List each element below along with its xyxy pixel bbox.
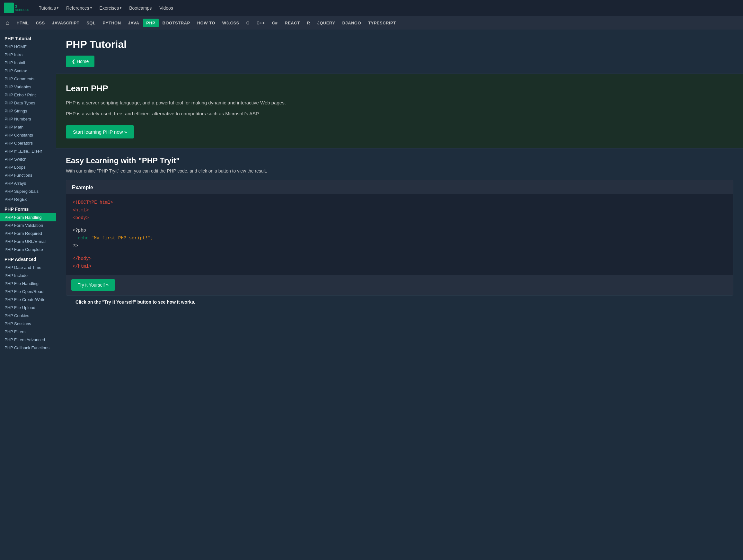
sidebar-item-form-handling[interactable]: PHP Form Handling <box>0 213 56 221</box>
exercises-arrow: ▾ <box>120 6 121 10</box>
lang-sql[interactable]: SQL <box>83 18 99 27</box>
lang-jquery[interactable]: JQUERY <box>314 18 338 27</box>
lang-csharp[interactable]: C# <box>269 18 281 27</box>
sidebar-item-file-handling[interactable]: PHP File Handling <box>0 279 56 288</box>
sidebar-section-forms: PHP Forms <box>0 203 56 213</box>
try-it-yourself-button[interactable]: Try it Yourself » <box>71 279 115 291</box>
sidebar-item-date-time[interactable]: PHP Date and Time <box>0 263 56 271</box>
lang-bootstrap[interactable]: BOOTSTRAP <box>159 18 193 27</box>
logo-sub: SCHOOLS <box>15 9 29 12</box>
sidebar-item-php-loops[interactable]: PHP Loops <box>0 163 56 171</box>
lang-howto[interactable]: HOW TO <box>194 18 218 27</box>
sidebar-item-php-regex[interactable]: PHP RegEx <box>0 195 56 203</box>
language-bar: ⌂ HTML CSS JAVASCRIPT SQL PYTHON JAVA PH… <box>0 16 743 30</box>
sidebar-item-php-arrays[interactable]: PHP Arrays <box>0 179 56 187</box>
code-html-open: <html> <box>73 208 89 213</box>
sidebar-item-file-open-read[interactable]: PHP File Open/Read <box>0 288 56 296</box>
learn-title: Learn PHP <box>66 84 733 93</box>
sidebar-item-php-functions[interactable]: PHP Functions <box>0 171 56 179</box>
sidebar-item-php-ifelse[interactable]: PHP If...Else...Elseif <box>0 147 56 155</box>
sidebar-item-callback-functions[interactable]: PHP Callback Functions <box>0 344 56 352</box>
sidebar-item-php-datatypes[interactable]: PHP Data Types <box>0 99 56 107</box>
code-area: <!DOCTYPE html> <html> <body> <?php echo… <box>66 194 733 275</box>
lang-typescript[interactable]: TYPESCRIPT <box>365 18 399 27</box>
sidebar-item-php-install[interactable]: PHP Install <box>0 59 56 67</box>
main-content: PHP Tutorial ❮ Home Learn PHP PHP is a s… <box>56 30 743 560</box>
nav-references[interactable]: References ▾ <box>63 4 95 12</box>
learn-section: Learn PHP PHP is a server scripting lang… <box>56 74 743 148</box>
lang-django[interactable]: DJANGO <box>339 18 364 27</box>
sidebar-item-php-comments[interactable]: PHP Comments <box>0 75 56 83</box>
example-label: Example <box>66 180 733 194</box>
nav-tutorials[interactable]: Tutorials ▾ <box>36 4 62 12</box>
code-doctype: <!DOCTYPE html> <box>73 200 113 205</box>
code-body-close: </body> <box>73 256 92 261</box>
sidebar-item-form-url-email[interactable]: PHP Form URL/E-mail <box>0 238 56 246</box>
lang-w3css[interactable]: W3.CSS <box>219 18 243 27</box>
sidebar-item-filters[interactable]: PHP Filters <box>0 328 56 336</box>
tryit-title: Easy Learning with "PHP Tryit" <box>66 156 733 165</box>
sidebar-item-php-variables[interactable]: PHP Variables <box>0 83 56 91</box>
lang-home[interactable]: ⌂ <box>3 18 12 28</box>
logo[interactable]: W 3 SCHOOLS <box>4 3 29 13</box>
lang-html[interactable]: HTML <box>13 18 32 27</box>
lang-java[interactable]: JAVA <box>125 18 143 27</box>
lang-css[interactable]: CSS <box>33 18 48 27</box>
sidebar-item-form-complete[interactable]: PHP Form Complete <box>0 246 56 254</box>
lang-javascript[interactable]: JAVASCRIPT <box>49 18 83 27</box>
top-navigation: W 3 SCHOOLS Tutorials ▾ References ▾ Exe… <box>0 0 743 16</box>
nav-links: Tutorials ▾ References ▾ Exercises ▾ Boo… <box>36 4 176 12</box>
code-body-open: <body> <box>73 215 89 220</box>
sidebar-item-include[interactable]: PHP Include <box>0 271 56 279</box>
sidebar-item-php-superglobals[interactable]: PHP Superglobals <box>0 187 56 195</box>
lang-react[interactable]: REACT <box>281 18 303 27</box>
sidebar-item-php-syntax[interactable]: PHP Syntax <box>0 67 56 75</box>
code-string: "My first PHP script!"; <box>89 235 154 241</box>
sidebar-item-filters-advanced[interactable]: PHP Filters Advanced <box>0 336 56 344</box>
lang-python[interactable]: PYTHON <box>99 18 124 27</box>
sidebar-item-form-validation[interactable]: PHP Form Validation <box>0 221 56 229</box>
tryit-desc: With our online "PHP Tryit" editor, you … <box>66 168 733 173</box>
tutorials-arrow: ▾ <box>57 6 58 10</box>
code-php-open: <?php <box>73 228 86 233</box>
example-box: Example <!DOCTYPE html> <html> <body> <?… <box>66 180 733 296</box>
sidebar-item-php-switch[interactable]: PHP Switch <box>0 155 56 163</box>
code-html-close: </html> <box>73 264 92 269</box>
lang-c[interactable]: C <box>243 18 253 27</box>
references-arrow: ▾ <box>90 6 92 10</box>
sidebar: PHP Tutorial PHP HOME PHP Intro PHP Inst… <box>0 30 56 560</box>
sidebar-item-form-required[interactable]: PHP Form Required <box>0 229 56 238</box>
nav-videos[interactable]: Videos <box>156 4 176 12</box>
code-php-close: ?> <box>73 243 78 248</box>
page-header: PHP Tutorial ❮ Home <box>56 30 743 74</box>
sidebar-section-advanced: PHP Advanced <box>0 254 56 263</box>
sidebar-item-php-intro[interactable]: PHP Intro <box>0 51 56 59</box>
sidebar-item-cookies[interactable]: PHP Cookies <box>0 312 56 320</box>
nav-bootcamps[interactable]: Bootcamps <box>126 4 155 12</box>
sidebar-item-php-constants[interactable]: PHP Constants <box>0 131 56 139</box>
logo-schools: 3 <box>15 4 17 8</box>
sidebar-item-php-math[interactable]: PHP Math <box>0 123 56 131</box>
lang-r[interactable]: R <box>304 18 313 27</box>
click-note: Click on the "Try it Yourself" button to… <box>66 296 733 308</box>
sidebar-section-tutorial: PHP Tutorial <box>0 33 56 43</box>
logo-w: W <box>5 4 12 11</box>
tryit-section: Easy Learning with "PHP Tryit" With our … <box>56 148 743 315</box>
sidebar-item-php-echo[interactable]: PHP Echo / Print <box>0 91 56 99</box>
lang-php[interactable]: PHP <box>143 18 158 27</box>
learn-text-2: PHP is a widely-used, free, and efficien… <box>66 110 733 118</box>
sidebar-item-php-home[interactable]: PHP HOME <box>0 43 56 51</box>
nav-exercises[interactable]: Exercises ▾ <box>96 4 125 12</box>
sidebar-item-file-upload[interactable]: PHP File Upload <box>0 304 56 312</box>
lang-cpp[interactable]: C++ <box>254 18 268 27</box>
sidebar-item-php-numbers[interactable]: PHP Numbers <box>0 115 56 123</box>
sidebar-item-php-operators[interactable]: PHP Operators <box>0 139 56 147</box>
code-echo: echo <box>78 235 89 241</box>
home-button[interactable]: ❮ Home <box>66 55 94 67</box>
main-layout: PHP Tutorial PHP HOME PHP Intro PHP Inst… <box>0 30 743 560</box>
sidebar-item-php-strings[interactable]: PHP Strings <box>0 107 56 115</box>
sidebar-item-sessions[interactable]: PHP Sessions <box>0 320 56 328</box>
sidebar-item-file-create-write[interactable]: PHP File Create/Write <box>0 296 56 304</box>
start-learning-button[interactable]: Start learning PHP now » <box>66 125 134 138</box>
learn-text-1: PHP is a server scripting language, and … <box>66 99 733 107</box>
